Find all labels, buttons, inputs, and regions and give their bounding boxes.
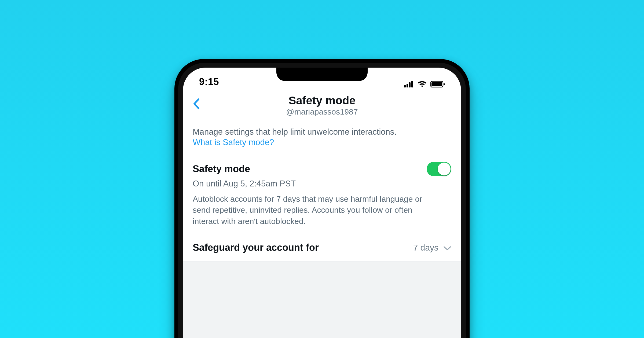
intro-section: Manage settings that help limit unwelcom… (183, 121, 461, 151)
svg-rect-0 (404, 85, 406, 87)
back-button[interactable] (190, 98, 203, 111)
wifi-icon (418, 81, 427, 87)
phone-notch (276, 68, 368, 81)
svg-rect-1 (407, 84, 408, 87)
svg-rect-6 (444, 83, 445, 85)
empty-area (183, 262, 461, 338)
user-handle: @mariapassos1987 (192, 107, 452, 116)
safeguard-duration-value: 7 days (413, 243, 438, 253)
safeguard-duration-label: Safeguard your account for (193, 242, 319, 253)
safety-mode-status: On until Aug 5, 2:45am PST (193, 179, 451, 189)
status-time: 9:15 (199, 76, 219, 87)
svg-rect-3 (411, 81, 413, 87)
battery-icon (430, 81, 445, 87)
page-title: Safety mode (192, 94, 452, 107)
chevron-down-icon (443, 243, 451, 253)
status-icons (404, 81, 445, 87)
cellular-icon (404, 81, 414, 87)
safety-mode-description: Autoblock accounts for 7 days that may u… (193, 193, 440, 227)
toggle-knob (438, 163, 451, 175)
chevron-left-icon (193, 98, 200, 111)
intro-text: Manage settings that help limit unwelcom… (193, 126, 451, 138)
svg-rect-2 (409, 82, 411, 87)
what-is-safety-mode-link[interactable]: What is Safety mode? (193, 138, 274, 147)
background: 9:15 (0, 0, 644, 338)
nav-header: Safety mode @mariapassos1987 (183, 88, 461, 121)
svg-rect-5 (431, 82, 442, 86)
safeguard-duration-row[interactable]: Safeguard your account for 7 days (183, 235, 461, 262)
safety-mode-row: Safety mode (193, 162, 451, 176)
safeguard-duration-selector[interactable]: 7 days (413, 243, 451, 253)
phone-frame: 9:15 (174, 59, 470, 338)
safety-mode-title: Safety mode (193, 163, 250, 175)
phone-screen: 9:15 (183, 68, 461, 338)
safety-mode-section: Safety mode On until Aug 5, 2:45am PST A… (183, 151, 461, 235)
safety-mode-toggle[interactable] (427, 162, 451, 176)
